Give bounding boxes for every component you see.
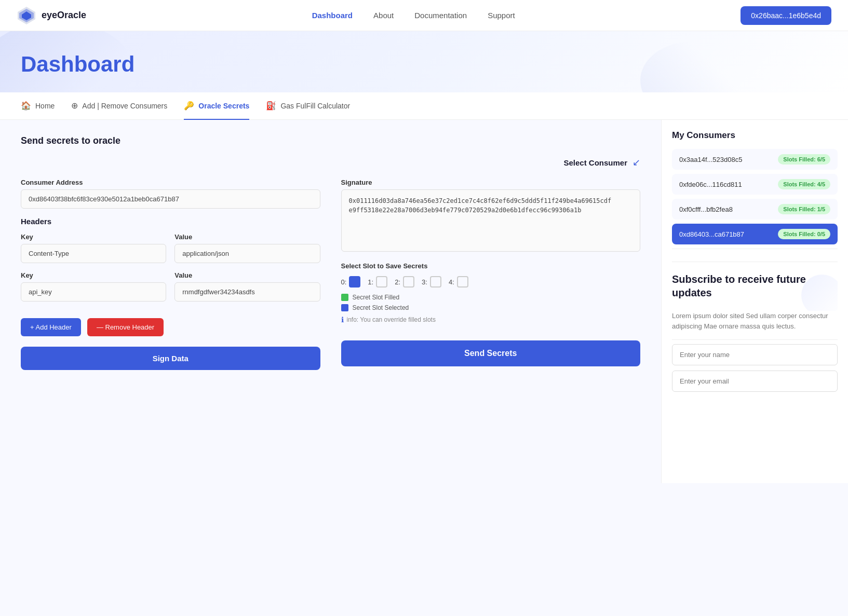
info-label: info: You can override filled slots xyxy=(347,316,436,323)
headers-section: Headers Key Value Key xyxy=(21,217,320,336)
tab-home[interactable]: 🏠 Home xyxy=(21,92,55,120)
slot-2-box[interactable] xyxy=(403,276,414,288)
form-col-left: Consumer Address Headers Key Value xyxy=(21,179,320,370)
slots-badge-0: Slots Filled: 6/5 xyxy=(778,154,830,165)
sign-data-button[interactable]: Sign Data xyxy=(21,347,320,370)
headers-title: Headers xyxy=(21,217,320,226)
header-value-1-label: Value xyxy=(174,233,320,241)
signature-label: Signature xyxy=(341,179,641,186)
signature-textarea[interactable] xyxy=(341,189,641,252)
slot-0-box[interactable] xyxy=(349,276,360,288)
slot-label: Select Slot to Save Secrets xyxy=(341,262,641,270)
header-value-2-group: Value xyxy=(174,271,320,302)
consumer-address-input[interactable] xyxy=(21,189,320,209)
my-consumers-title: My Consumers xyxy=(672,130,838,141)
subscribe-section: Subscribe to receive future updates Lore… xyxy=(672,262,838,397)
consumer-row-3[interactable]: 0xd86403...ca671b87 Slots Filled: 0/5 xyxy=(672,224,838,244)
send-secrets-button[interactable]: Send Secrets xyxy=(341,340,641,366)
legend-filled-item: Secret Slot Filled xyxy=(341,294,641,301)
consumer-row-1[interactable]: 0xfde06c...116cd811 Slots Filled: 4/5 xyxy=(672,174,838,195)
remove-header-button[interactable]: — Remove Header xyxy=(87,318,164,336)
tab-home-label: Home xyxy=(35,102,55,110)
slot-4-label: 4: xyxy=(449,278,454,286)
consumer-address-label: Consumer Address xyxy=(21,179,320,186)
legend-selected-label: Secret Slot Selected xyxy=(353,304,409,311)
hero-bg: Dashboard xyxy=(0,31,848,92)
consumer-row-0[interactable]: 0x3aa14f...523d08c5 Slots Filled: 6/5 xyxy=(672,149,838,170)
consumer-row-2[interactable]: 0xf0cfff...bfb2fea8 Slots Filled: 1/5 xyxy=(672,199,838,220)
logo[interactable]: eyeOracle xyxy=(17,6,86,25)
slot-1-box[interactable] xyxy=(376,276,387,288)
header-value-1-group: Value xyxy=(174,233,320,263)
consumer-addr-1: 0xfde06c...116cd811 xyxy=(679,181,742,188)
left-panel: Send secrets to oracle Select Consumer ↙… xyxy=(0,120,661,483)
legend-selected-item: Secret Slot Selected xyxy=(341,304,641,311)
slots-badge-1: Slots Filled: 4/5 xyxy=(778,179,830,189)
add-header-button[interactable]: + Add Header xyxy=(21,318,81,336)
consumer-address-group: Consumer Address xyxy=(21,179,320,209)
consumer-addr-3: 0xd86403...ca671b87 xyxy=(679,230,744,238)
slot-3-box[interactable] xyxy=(430,276,441,288)
legend-selected-dot xyxy=(341,304,348,311)
nav-link-documentation[interactable]: Documentation xyxy=(414,11,467,20)
header-value-2-input[interactable] xyxy=(174,282,320,302)
tab-gas-calculator[interactable]: ⛽ Gas FulFill Calculator xyxy=(266,92,350,120)
slots-badge-3: Slots Filled: 0/5 xyxy=(778,229,830,239)
slot-2: 2: xyxy=(395,276,414,288)
logo-text: eyeOracle xyxy=(42,10,86,21)
select-consumer-label: Select Consumer xyxy=(563,158,627,167)
navbar: eyeOracle Dashboard About Documentation … xyxy=(0,0,848,31)
header-key-1-group: Key xyxy=(21,233,166,263)
header-value-1-input[interactable] xyxy=(174,244,320,263)
nav-links: Dashboard About Documentation Support xyxy=(312,11,515,20)
legend-filled-dot xyxy=(341,294,348,301)
header-key-2-input[interactable] xyxy=(21,282,166,302)
signature-group: Signature xyxy=(341,179,641,254)
slots-badge-2: Slots Filled: 1/5 xyxy=(778,204,830,214)
slot-1: 1: xyxy=(368,276,387,288)
right-panel: My Consumers 0x3aa14f...523d08c5 Slots F… xyxy=(661,120,848,483)
logo-icon xyxy=(17,6,36,25)
tab-oracle-secrets-label: Oracle Secrets xyxy=(198,102,249,110)
header-key-2-label: Key xyxy=(21,271,166,279)
slot-4: 4: xyxy=(449,276,468,288)
slot-1-label: 1: xyxy=(368,278,373,286)
tab-add-remove-consumers[interactable]: ⊕ Add | Remove Consumers xyxy=(71,92,167,120)
nav-link-about[interactable]: About xyxy=(373,11,394,20)
subscribe-divider xyxy=(672,339,838,340)
header-row-2: Key Value xyxy=(21,271,320,310)
subscribe-email-input[interactable] xyxy=(672,371,838,392)
slot-4-box[interactable] xyxy=(457,276,468,288)
form-columns: Consumer Address Headers Key Value xyxy=(21,179,640,370)
select-consumer-row: Select Consumer ↙ xyxy=(21,157,640,168)
key-icon: 🔑 xyxy=(184,101,194,111)
slot-3: 3: xyxy=(422,276,441,288)
main-layout: Send secrets to oracle Select Consumer ↙… xyxy=(0,120,848,483)
divider xyxy=(672,249,838,249)
slot-0-label: 0: xyxy=(341,278,347,286)
select-consumer-icon[interactable]: ↙ xyxy=(632,157,640,168)
section-title: Send secrets to oracle xyxy=(21,135,640,146)
slot-2-label: 2: xyxy=(395,278,400,286)
info-icon: ℹ xyxy=(341,316,344,324)
header-key-1-input[interactable] xyxy=(21,244,166,263)
consumer-addr-2: 0xf0cfff...bfb2fea8 xyxy=(679,206,733,213)
legend-filled-label: Secret Slot Filled xyxy=(353,294,400,301)
subscribe-name-input[interactable] xyxy=(672,344,838,365)
page-title: Dashboard xyxy=(21,52,827,92)
slot-0: 0: xyxy=(341,276,361,288)
tab-oracle-secrets[interactable]: 🔑 Oracle Secrets xyxy=(184,92,249,120)
wallet-button[interactable]: 0x26baac...1e6b5e4d xyxy=(741,6,831,25)
gas-icon: ⛽ xyxy=(266,101,276,111)
nav-link-dashboard[interactable]: Dashboard xyxy=(312,11,353,20)
header-key-1-label: Key xyxy=(21,233,166,241)
tab-gas-label: Gas FulFill Calculator xyxy=(280,102,350,110)
legend: Secret Slot Filled Secret Slot Selected xyxy=(341,294,641,311)
slot-row: 0: 1: 2: 3: xyxy=(341,276,641,288)
add-remove-icon: ⊕ xyxy=(71,101,78,111)
slot-3-label: 3: xyxy=(422,278,427,286)
tabs-bar: 🏠 Home ⊕ Add | Remove Consumers 🔑 Oracle… xyxy=(0,92,848,120)
form-col-right: Signature Select Slot to Save Secrets 0:… xyxy=(341,179,641,370)
slot-group: Select Slot to Save Secrets 0: 1: 2: xyxy=(341,262,641,324)
nav-link-support[interactable]: Support xyxy=(488,11,515,20)
